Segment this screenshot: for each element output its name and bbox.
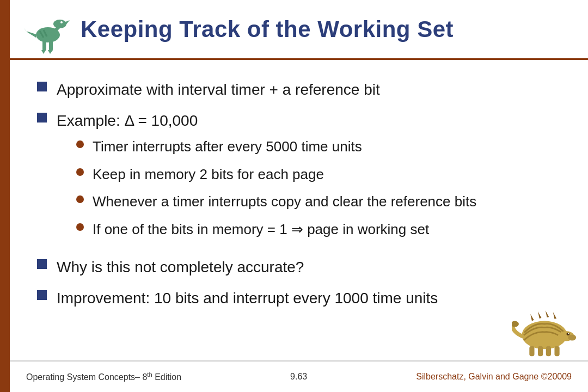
svg-point-17 [568,333,569,334]
svg-marker-24 [538,311,541,318]
svg-marker-5 [23,28,36,38]
sub-bullet-text-3: Whenever a timer interrupts copy and cle… [93,192,476,211]
svg-rect-7 [49,41,53,51]
svg-marker-2 [64,20,70,26]
sub-bullet-circle-1 [76,140,84,148]
sub-bullet-2: Keep in memory 2 bits for each page [76,164,561,184]
sub-bullet-1: Timer interrupts after every 5000 time u… [76,137,561,156]
slide: Keeping Track of the Working Set Approxi… [0,0,588,392]
header-dinosaur-icon [21,5,70,54]
footer-copyright: Silberschatz, Galvin and Gagne ©20009 [416,372,572,382]
sub-bullet-text-1: Timer interrupts after every 5000 time u… [93,137,362,156]
svg-marker-8 [41,50,46,54]
bullet-item-2: Example: Δ = 10,000 Timer interrupts aft… [37,110,561,247]
svg-rect-6 [42,41,46,51]
bullet-item-1: Approximate with interval timer + a refe… [37,79,561,100]
svg-point-3 [60,21,63,23]
bullet-square-icon-3 [37,259,47,269]
svg-marker-26 [553,312,556,319]
slide-content: Approximate with interval timer + a refe… [10,63,588,359]
slide-title: Keeping Track of the Working Set [81,16,454,42]
footer-edition: Operating System Concepts– 8th Edition [26,371,181,382]
bullet-text-3: Why is this not completely accurate? [57,256,304,278]
svg-marker-25 [546,310,549,317]
bullet-item-4: Improvement: 10 bits and interrupt every… [37,287,561,309]
footer-page-number: 9.63 [290,372,307,382]
sub-bullets-container: Timer interrupts after every 5000 time u… [76,137,561,239]
bottom-dinosaur-icon [512,305,577,359]
sub-bullet-text-2: Keep in memory 2 bits for each page [93,164,324,184]
sub-bullet-circle-2 [76,168,84,176]
svg-rect-21 [546,346,551,356]
left-accent-bar [0,0,10,392]
sub-bullet-circle-4 [76,223,84,231]
svg-point-18 [512,321,519,327]
sub-bullet-text-4: If one of the bits in memory = 1 ⇒ page … [93,219,429,239]
bullet-text-1: Approximate with interval timer + a refe… [57,79,380,100]
svg-marker-9 [48,50,53,54]
svg-marker-23 [530,314,534,321]
bullet-square-icon-4 [37,290,47,300]
slide-footer: Operating System Concepts– 8th Edition 9… [10,360,588,392]
bullet-item-3: Why is this not completely accurate? [37,256,561,278]
slide-header: Keeping Track of the Working Set [10,0,588,60]
sub-bullet-circle-3 [76,195,84,203]
svg-rect-20 [538,346,543,356]
bullet-square-icon-1 [37,82,47,91]
bullet-text-2: Example: Δ = 10,000 [57,110,561,131]
bullet-square-icon-2 [37,113,47,122]
sub-bullet-4: If one of the bits in memory = 1 ⇒ page … [76,219,561,239]
svg-rect-19 [529,346,534,356]
svg-rect-22 [554,346,559,356]
bullet-text-4: Improvement: 10 bits and interrupt every… [57,287,438,309]
svg-point-16 [567,333,570,336]
svg-point-15 [568,334,576,340]
sub-bullet-3: Whenever a timer interrupts copy and cle… [76,192,561,211]
